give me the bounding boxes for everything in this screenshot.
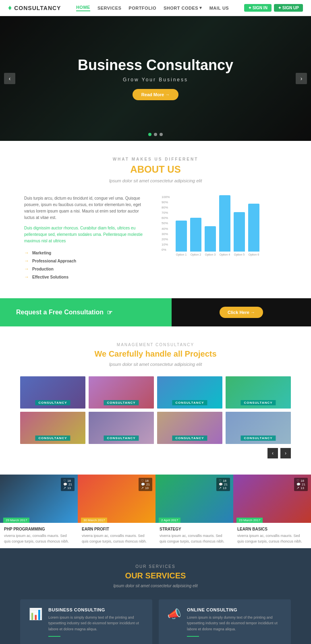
about-highlight: Duis dignissim auctor rhoncus. Curabitur… <box>24 225 149 244</box>
portfolio-prev-button[interactable]: ‹ <box>267 448 278 458</box>
portfolio-label-7: CONSULTANCY <box>172 436 207 441</box>
portfolio-item-2[interactable]: CONSULTANCY <box>89 376 154 409</box>
services-section: OUR SERVICES OUR SERVICES Ipsum dolor si… <box>0 548 311 644</box>
about-content: Duis turpis arcu, dictum eu tincidunt id… <box>24 195 287 282</box>
hero-section: Business Consultancy Grow Your Business … <box>0 16 311 141</box>
signin-button[interactable]: ✦ SIGN IN <box>244 4 272 12</box>
portfolio-item-4[interactable]: CONSULTANCY <box>226 376 291 409</box>
blog-text-1: viverra ipsum ac, convallis mauris. Sed … <box>4 533 74 544</box>
bar-option4 <box>219 195 230 252</box>
blog-card-3[interactable]: ♡18 💬21 ↗13 2 April 2017 STRATEGY viverr… <box>156 475 233 548</box>
list-item-3: → Production <box>24 266 149 272</box>
consultation-banner: Request a Free Consultation ☞ Click Here… <box>0 298 311 326</box>
blog-title-1: PHP PROGRAMMING <box>4 527 74 531</box>
services-grid: 📊 BUSINESS CONSULTING Lorem ipsum is sim… <box>20 599 291 644</box>
blog-image-1: ♡18 💬21 ↗13 29 March 2017 <box>0 475 78 523</box>
diamond-icon: ♦ <box>8 4 12 12</box>
portfolio-label-5: CONSULTANCY <box>35 436 70 441</box>
about-chart: 100% 90% 80% 70% 60% 50% 40% 30% 20% 10%… <box>162 195 287 282</box>
blog-meta-2: ♡18 💬21 ↗10 <box>139 478 152 491</box>
portfolio-item-1[interactable]: CONSULTANCY <box>20 376 85 409</box>
bar-option3 <box>205 226 216 252</box>
consultation-click-button[interactable]: Click Here → <box>220 307 263 318</box>
about-subtitle: Ipsum dolor sit amet consectetur adipisi… <box>24 178 287 183</box>
portfolio-grid: CONSULTANCY CONSULTANCY CONSULTANCY CONS… <box>20 376 291 444</box>
nav-portfolio[interactable]: PORTFOLIO <box>129 6 156 10</box>
portfolio-label-3: CONSULTANCY <box>172 400 207 405</box>
portfolio-label-6: CONSULTANCY <box>104 436 139 441</box>
blog-text-3: viverra ipsum ac, convallis mauris. Sed … <box>160 533 229 544</box>
chart-bars <box>162 195 287 252</box>
list-item-2: → Professional Approach <box>24 258 149 264</box>
portfolio-item-6[interactable]: CONSULTANCY <box>89 412 154 444</box>
blog-text-4: viverra ipsum ac, convallis mauris. Sed … <box>237 533 307 544</box>
portfolio-item-3[interactable]: CONSULTANCY <box>157 376 222 409</box>
signin-icon: ✦ <box>248 6 251 10</box>
hero-prev-button[interactable]: ‹ <box>4 73 15 84</box>
hero-next-button[interactable]: › <box>296 73 307 84</box>
portfolio-title: We Carefully handle all Projects <box>20 349 291 359</box>
blog-text-2: viverra ipsum ac, convallis mauris. Sed … <box>82 533 151 544</box>
blog-card-2[interactable]: ♡18 💬21 ↗10 30 March 2017 EARN PROFIT vi… <box>78 475 156 548</box>
blog-date-3: 2 April 2017 <box>159 518 180 523</box>
signup-button[interactable]: ✦ SIGN UP <box>274 4 303 12</box>
blog-card-4[interactable]: ♡18 💬21 ↗13 23 March 2017 LEARN BASICS v… <box>233 475 311 548</box>
consultation-text: Request a Free Consultation ☞ <box>16 309 112 316</box>
online-consulting-icon: 📣 <box>167 607 181 637</box>
logo[interactable]: ♦ CONSULTANCY <box>8 4 61 12</box>
nav-home[interactable]: HOME <box>76 5 90 11</box>
chart-y-axis: 100% 90% 80% 70% 60% 50% 40% 30% 20% 10%… <box>162 195 170 252</box>
portfolio-label-8: CONSULTANCY <box>241 436 276 441</box>
blog-card-1[interactable]: ♡18 💬21 ↗13 29 March 2017 PHP PROGRAMMIN… <box>0 475 78 548</box>
portfolio-label-4: CONSULTANCY <box>241 400 276 405</box>
portfolio-label-1: CONSULTANCY <box>35 400 70 405</box>
portfolio-item-5[interactable]: CONSULTANCY <box>20 412 85 444</box>
service-title-2: ONLINE CONSULTING <box>187 607 283 612</box>
bar-option5 <box>234 212 245 252</box>
arrow-icon-3: → <box>24 266 29 272</box>
list-item-4: → Effective Solutions <box>24 274 149 280</box>
blog-meta-4: ♡18 💬21 ↗13 <box>294 478 308 491</box>
blog-meta-1: ♡18 💬21 ↗13 <box>61 478 75 491</box>
chart-x-labels: Option 1 Option 2 Option 3 Option 4 Opti… <box>162 253 287 256</box>
bar-option1 <box>176 221 187 252</box>
nav-menu: HOME SERVICES PORTFOLIO SHORT CODES ▾ MA… <box>76 5 229 11</box>
blog-title-3: STRATEGY <box>160 527 229 531</box>
hero-dots <box>148 133 163 136</box>
hero-title: Business Consultancy <box>78 57 233 74</box>
about-list: → Marketing → Professional Approach → Pr… <box>24 250 149 280</box>
blog-title-2: EARN PROFIT <box>82 527 151 531</box>
portfolio-next-button[interactable]: › <box>280 448 291 458</box>
signup-icon: ✦ <box>278 6 281 10</box>
blog-date-1: 29 March 2017 <box>3 518 29 523</box>
bar-option6 <box>248 204 259 252</box>
hero-dot-2[interactable] <box>154 133 157 136</box>
services-subtitle: Ipsum dolor sit amet consectetur adipisi… <box>20 584 291 588</box>
consultation-green-panel: Request a Free Consultation ☞ <box>0 298 172 326</box>
portfolio-item-8[interactable]: CONSULTANCY <box>226 412 291 444</box>
nav-mail[interactable]: MAIL US <box>209 6 229 10</box>
list-item-1: → Marketing <box>24 250 149 256</box>
about-title: ABOUT US <box>24 164 287 175</box>
services-title: OUR SERVICES <box>20 571 291 580</box>
hero-dot-1[interactable] <box>148 133 151 136</box>
navbar: ♦ CONSULTANCY HOME SERVICES PORTFOLIO SH… <box>0 0 311 16</box>
consultation-black-panel: Click Here → <box>172 298 311 326</box>
service-card-1: 📊 BUSINESS CONSULTING Lorem ipsum is sim… <box>20 599 152 644</box>
bar-option2 <box>190 218 201 252</box>
about-text-block: Duis turpis arcu, dictum eu tincidunt id… <box>24 195 149 282</box>
about-tag: WHAT MAKES US DIFFERENT <box>24 157 287 161</box>
portfolio-item-7[interactable]: CONSULTANCY <box>157 412 222 444</box>
services-tag: OUR SERVICES <box>20 564 291 569</box>
nav-services[interactable]: SERVICES <box>97 6 121 10</box>
hero-content: Business Consultancy Grow Your Business … <box>78 57 233 100</box>
hand-icon: ☞ <box>107 309 112 316</box>
business-consulting-icon: 📊 <box>28 607 43 637</box>
chevron-down-icon: ▾ <box>199 5 202 10</box>
hero-dot-3[interactable] <box>160 133 163 136</box>
blog-section: ♡18 💬21 ↗13 29 March 2017 PHP PROGRAMMIN… <box>0 475 311 548</box>
blog-date-2: 30 March 2017 <box>81 518 107 523</box>
nav-shortcodes[interactable]: SHORT CODES ▾ <box>164 5 202 10</box>
service-text-2: Lorem ipsum is simply dummy text of the … <box>187 615 283 632</box>
hero-read-more-button[interactable]: Read More → <box>133 89 178 100</box>
